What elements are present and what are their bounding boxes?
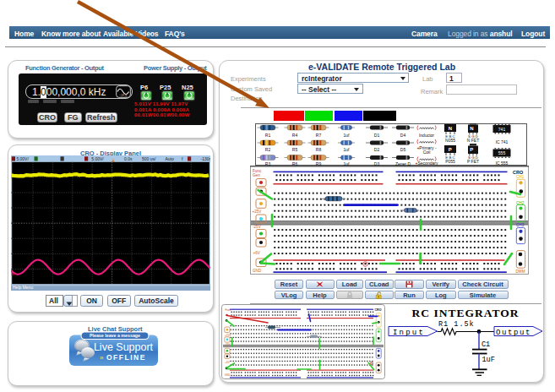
svg-text:-25V: -25V	[225, 343, 231, 346]
svg-text:OFFLINE: OFFLINE	[106, 352, 146, 361]
svg-text:CH3: CH3	[516, 223, 525, 227]
svg-text:Please leave a message: Please leave a message	[90, 333, 140, 338]
svg-text:D4: D4	[400, 133, 406, 138]
svg-text:N FET: N FET	[467, 138, 479, 143]
svg-text:N: N	[470, 126, 473, 131]
svg-text:IC 741: IC 741	[496, 139, 509, 144]
svg-text:W: W	[11, 173, 15, 178]
svg-text:Output: Output	[496, 329, 531, 337]
svg-text:Coil: Coil	[423, 150, 431, 155]
svg-text:+6V: +6V	[253, 251, 261, 255]
svg-text:0.0s: 0.0s	[124, 156, 133, 161]
svg-text:N: N	[11, 271, 14, 276]
svg-text:D1: D1	[374, 133, 380, 138]
svg-text:CRO: CRO	[513, 170, 524, 175]
svg-text:RC INTEGRATOR: RC INTEGRATOR	[412, 307, 520, 319]
svg-text:+6V: +6V	[225, 361, 231, 364]
svg-text:1uF: 1uF	[482, 356, 495, 364]
svg-text:+25V: +25V	[225, 334, 231, 337]
svg-text:P FET: P FET	[467, 159, 479, 164]
svg-text:Inductor: Inductor	[419, 133, 434, 138]
svg-text:R7: R7	[316, 133, 322, 138]
svg-text:555: 555	[498, 150, 506, 155]
svg-text:-130m: -130m	[201, 156, 211, 161]
svg-text:~1F-4: ~1F-4	[119, 94, 127, 97]
svg-text:CH1: CH1	[516, 175, 525, 179]
svg-text:1uf: 1uf	[344, 133, 351, 138]
svg-text:N055: N055	[445, 138, 455, 143]
svg-text:D2: D2	[374, 147, 380, 152]
svg-text:5.00V/: 5.00V/	[91, 156, 104, 161]
svg-text:Func: Func	[226, 308, 231, 312]
svg-text:Input: Input	[393, 329, 425, 337]
svg-text:Gen: Gen	[253, 173, 260, 177]
svg-text:GND: GND	[225, 373, 231, 377]
svg-text:R1: R1	[265, 133, 271, 138]
svg-text:1uf: 1uf	[344, 147, 351, 152]
svg-text:CRO: CRO	[375, 308, 382, 312]
svg-text:Auto: Auto	[166, 156, 175, 161]
svg-text:R8: R8	[316, 147, 322, 152]
svg-text:741: 741	[498, 127, 506, 132]
svg-text:C1: C1	[482, 340, 490, 349]
svg-text:R1 1.5k: R1 1.5k	[438, 320, 475, 329]
svg-text:P055: P055	[445, 159, 455, 164]
svg-text:»: »	[100, 353, 104, 361]
svg-text:GND: GND	[253, 269, 262, 273]
svg-text:P: P	[449, 147, 452, 152]
svg-text:-25V: -25V	[253, 225, 262, 229]
svg-text:D5: D5	[400, 147, 406, 152]
svg-text:R5: R5	[292, 147, 298, 152]
svg-text:DMM: DMM	[516, 270, 525, 274]
svg-text:N: N	[449, 126, 452, 131]
svg-text:P: P	[470, 147, 473, 152]
svg-text:R4: R4	[292, 133, 298, 138]
svg-text:Live Support: Live Support	[94, 340, 154, 352]
svg-text:R2: R2	[265, 147, 271, 152]
svg-text:+25V: +25V	[253, 210, 263, 214]
svg-text:Help Menu: Help Menu	[13, 285, 33, 290]
svg-text:5.00V/: 5.00V/	[16, 156, 29, 161]
svg-text:500 us/: 500 us/	[142, 156, 156, 161]
